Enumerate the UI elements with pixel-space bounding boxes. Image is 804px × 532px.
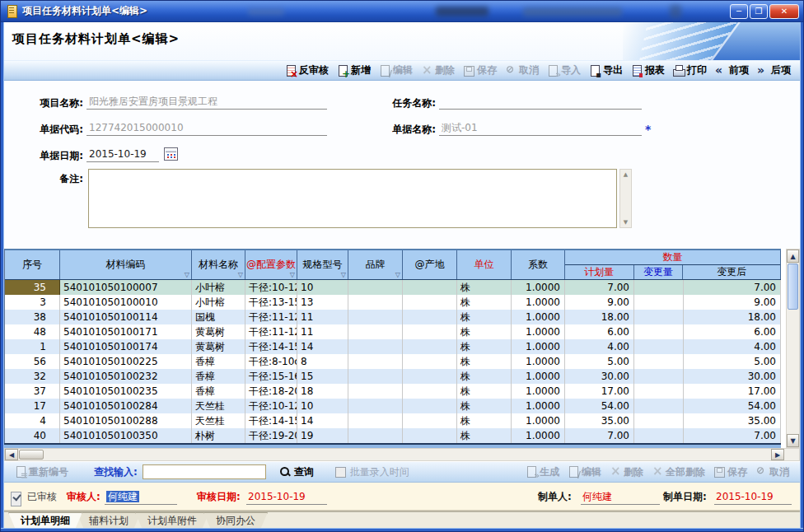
- column-header-spec[interactable]: 规格型号▽: [297, 250, 348, 279]
- close-button[interactable]: ✕: [769, 4, 799, 19]
- scroll-up-icon[interactable]: ▲: [620, 170, 631, 180]
- scroll-up-icon[interactable]: ▲: [787, 250, 799, 263]
- column-header-brand[interactable]: 品牌▽: [348, 250, 403, 279]
- search-button[interactable]: 查询: [279, 465, 314, 479]
- find-input[interactable]: [143, 464, 266, 479]
- calendar-icon[interactable]: [164, 147, 178, 161]
- auditor-field[interactable]: 何纯建: [105, 490, 177, 505]
- toolbar-button-label: 编辑: [393, 63, 413, 77]
- renumber-button: 重新编号: [11, 464, 72, 481]
- cell-unit: 株: [457, 413, 512, 428]
- toolbar-button-report[interactable]: 报表: [627, 62, 669, 79]
- toolbar-button-next[interactable]: 后项: [753, 62, 795, 79]
- page-title: 项目任务材料计划单<编辑>: [12, 31, 180, 47]
- horizontal-scroll-thumb[interactable]: [19, 450, 44, 460]
- cell-origin: [403, 384, 457, 399]
- detail-button-delete: 删除: [605, 464, 647, 481]
- delete-all-icon: [652, 466, 663, 478]
- toolbar-button-label: 反审核: [299, 63, 329, 77]
- cell-coef: 1.0000: [512, 295, 565, 310]
- remark-scrollbar[interactable]: ▲ ▼: [619, 169, 632, 228]
- detail-toolbar: 重新编号 查找输入: 查询 批量录入时间 生成编辑删除全部删除保存取消: [4, 461, 800, 483]
- cell-param: 干径:14-15(cm): [245, 413, 297, 428]
- cell-plan: 18.00: [565, 310, 634, 324]
- delete-icon: [610, 466, 621, 478]
- table-row[interactable]: 35540101050100007小叶榕干径:10-12(cm)10株1.000…: [5, 280, 781, 295]
- toolbar-button-prev[interactable]: 前项: [711, 62, 753, 79]
- cell-origin: [403, 428, 457, 443]
- cell-name: 小叶榕: [192, 280, 245, 295]
- column-header-param[interactable]: @配置参数▽: [245, 250, 297, 279]
- filter-icon[interactable]: ▽: [185, 271, 189, 278]
- table-row[interactable]: 40540101050100350朴树干径:19-20(cm)19株1.0000…: [5, 428, 781, 443]
- filter-icon[interactable]: ▽: [395, 271, 400, 278]
- toolbar-button-edit: 编辑: [375, 62, 417, 79]
- window-controls: ─ ❐ ✕: [730, 4, 799, 19]
- column-header-seq: 序号: [5, 250, 60, 279]
- task-name-field[interactable]: [439, 95, 642, 110]
- sheet-tab-0[interactable]: 计划单明细: [8, 512, 82, 530]
- cell-origin: [403, 339, 457, 354]
- detail-button-label: 全部删除: [666, 465, 705, 479]
- toolbar-button-export[interactable]: 导出: [585, 62, 627, 79]
- toolbar-button-print[interactable]: 打印: [669, 62, 711, 79]
- cell-brand: [348, 413, 403, 428]
- toolbar-button-new[interactable]: 新增: [333, 62, 375, 79]
- sheet-tab-3[interactable]: 协同办公: [203, 512, 268, 530]
- cell-change: [634, 280, 684, 295]
- sheet-tab-1[interactable]: 辅料计划: [77, 512, 141, 530]
- doc-date-field[interactable]: 2015-10-19: [86, 147, 159, 162]
- scroll-down-icon[interactable]: ▼: [620, 217, 631, 227]
- cell-code: 540101050100235: [60, 384, 192, 399]
- table-row[interactable]: 38540101050100114国槐干径:11-12(cm)11株1.0000…: [5, 310, 781, 324]
- scroll-right-icon[interactable]: ▶: [771, 449, 784, 460]
- cell-name: 香樟: [192, 369, 245, 384]
- scroll-down-icon[interactable]: ▼: [787, 434, 799, 447]
- generate-icon: [526, 466, 537, 478]
- maximize-button[interactable]: ❐: [750, 4, 768, 19]
- minimize-button[interactable]: ─: [730, 4, 748, 19]
- vertical-scroll-thumb[interactable]: [788, 264, 798, 310]
- cell-name: 朴树: [192, 428, 245, 443]
- make-date-field: 2015-10-19: [714, 490, 792, 505]
- table-horizontal-scrollbar[interactable]: ◀ ▶: [4, 448, 800, 461]
- table-vertical-scrollbar[interactable]: ▲ ▼: [786, 249, 800, 448]
- doc-name-field[interactable]: 测试-01: [439, 121, 642, 136]
- cell-plan: 6.00: [565, 324, 634, 339]
- cell-seq: 4: [5, 413, 60, 428]
- remark-textarea[interactable]: [88, 169, 617, 228]
- column-header-after: 变更后: [683, 265, 780, 279]
- column-header-code[interactable]: 材料编码▽: [60, 250, 192, 279]
- window-border-left: [1, 22, 4, 531]
- table-row[interactable]: 17540101050100284天竺桂干径:10-12(cm)10株1.000…: [5, 399, 781, 413]
- cell-unit: 株: [457, 280, 512, 295]
- column-header-plan: 计划量: [565, 265, 634, 279]
- table-row[interactable]: 56540101050100225香樟干径:8-10cm8株1.00005.00…: [5, 354, 781, 369]
- cell-change: [634, 310, 684, 324]
- table-row[interactable]: 32540101050100232香樟干径:15-16(cm)15株1.0000…: [5, 369, 781, 384]
- column-header-origin: @产地: [403, 250, 457, 279]
- cell-brand: [348, 310, 403, 324]
- column-header-name[interactable]: 材料名称▽: [192, 250, 245, 279]
- sheet-tab-2[interactable]: 计划单附件: [135, 512, 209, 530]
- cell-param: 干径:14-15(cm): [245, 339, 297, 354]
- prev-icon: [715, 65, 727, 77]
- filter-icon[interactable]: ▽: [341, 271, 346, 278]
- table-row[interactable]: 1540101050100174黄葛树干径:14-15(cm)14株1.0000…: [5, 339, 781, 354]
- table-row[interactable]: 37540101050100235香樟干径:18-20(cm)18株1.0000…: [5, 384, 781, 399]
- window-title: 项目任务材料计划单<编辑>: [22, 4, 147, 18]
- cell-change: [634, 324, 684, 339]
- toolbar-button-label: 保存: [477, 63, 497, 77]
- filter-icon[interactable]: ▽: [238, 271, 243, 278]
- table-body: 35540101050100007小叶榕干径:10-12(cm)10株1.000…: [5, 280, 781, 443]
- toolbar-button-unaudit[interactable]: 反审核: [281, 62, 333, 79]
- scroll-left-icon[interactable]: ◀: [5, 449, 18, 460]
- toolbar-button-delete: 删除: [417, 62, 459, 79]
- cell-param: 干径:19-20(cm): [245, 428, 297, 443]
- table-row[interactable]: 48540101050100171黄葛树干径:11-12(cm)11株1.000…: [5, 324, 781, 339]
- cell-param: 干径:18-20(cm): [245, 384, 297, 399]
- remark-label: 备注:: [21, 172, 83, 186]
- table-row[interactable]: 4540101050100288天竺桂干径:14-15(cm)14株1.0000…: [5, 413, 781, 428]
- filter-icon[interactable]: ▽: [290, 271, 295, 278]
- table-row[interactable]: 3540101050100010小叶榕干径:13-15(cm)13株1.0000…: [5, 295, 781, 310]
